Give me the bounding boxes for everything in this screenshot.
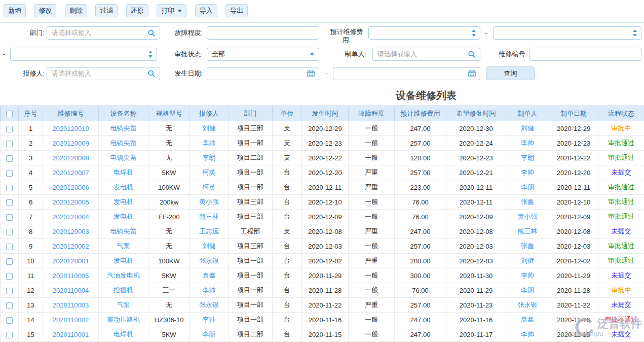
repair-no-link[interactable]: 2020120010 [43, 121, 99, 136]
device-name-link[interactable]: 电焊机 [99, 165, 148, 180]
chevron-down-icon[interactable] [310, 53, 315, 56]
creator-link[interactable]: 李帅 [506, 268, 549, 283]
occur-date-end-input[interactable] [333, 67, 480, 80]
export-button[interactable]: 导出 [225, 4, 248, 17]
creator-link[interactable]: 李帅 [506, 165, 549, 180]
reporter-link[interactable]: 张永银 [190, 254, 229, 268]
creator-link[interactable]: 熊三林 [506, 224, 549, 239]
row-checkbox[interactable] [6, 141, 13, 147]
repair-no-link[interactable]: 2020120002 [43, 239, 99, 254]
creator-link[interactable]: 李朗 [506, 180, 549, 195]
repair-no-link[interactable]: 2020110001 [43, 327, 99, 342]
reporter-link[interactable]: 袁鑫 [190, 268, 229, 283]
device-name-link[interactable]: 发电机 [99, 180, 148, 195]
creator-input[interactable]: 请选择或输入 [372, 48, 480, 61]
restore-button[interactable]: 还原 [126, 4, 148, 17]
range-spinner-input[interactable] [10, 48, 157, 61]
creator-link[interactable]: 张永银 [506, 298, 549, 313]
print-button[interactable]: 打印 [157, 4, 186, 17]
device-name-link[interactable]: 发电机 [99, 195, 148, 210]
device-name-link[interactable]: 电镐尖凿 [99, 151, 148, 165]
row-checkbox[interactable] [6, 273, 13, 280]
reporter-link[interactable]: 熊三林 [190, 210, 229, 224]
device-name-link[interactable]: 挖掘机 [99, 283, 148, 298]
add-button[interactable]: 新增 [4, 4, 26, 17]
search-icon[interactable] [468, 50, 476, 58]
creator-link[interactable]: 李朗 [506, 151, 549, 165]
creator-link[interactable]: 刘健 [506, 121, 549, 136]
creator-link[interactable]: 李帅 [506, 327, 549, 342]
device-name-link[interactable]: 气泵 [99, 239, 148, 254]
repair-no-link[interactable]: 2020120004 [43, 210, 99, 224]
est-cost-max-input[interactable] [493, 26, 641, 40]
repair-no-link[interactable]: 2020120003 [43, 224, 99, 239]
import-button[interactable]: 导入 [195, 4, 217, 17]
row-checkbox[interactable] [6, 302, 13, 309]
device-name-link[interactable]: 发电机 [99, 254, 148, 268]
repair-no-input[interactable] [529, 48, 641, 61]
repair-no-link[interactable]: 2020110005 [43, 268, 99, 283]
fault-degree-input[interactable] [207, 26, 319, 40]
row-checkbox[interactable] [6, 155, 13, 162]
repair-no-link[interactable]: 2020110004 [43, 283, 99, 298]
delete-button[interactable]: 删除 [65, 4, 87, 17]
reporter-input[interactable]: 请选择或输入 [47, 67, 160, 80]
calendar-icon[interactable] [307, 70, 315, 78]
device-name-link[interactable]: 电焊机 [99, 327, 148, 342]
reporter-link[interactable]: 刘健 [190, 121, 229, 136]
reporter-link[interactable]: 李朗 [190, 327, 229, 342]
creator-link[interactable]: 李帅 [506, 136, 549, 151]
row-checkbox[interactable] [6, 170, 13, 177]
row-checkbox[interactable] [6, 126, 13, 132]
device-name-link[interactable]: 汽油发电机 [99, 268, 148, 283]
creator-link[interactable]: 张鑫 [506, 239, 549, 254]
repair-no-link[interactable]: 2020110002 [43, 313, 99, 327]
row-checkbox[interactable] [6, 258, 13, 265]
occur-date-start-input[interactable] [207, 67, 319, 80]
row-checkbox[interactable] [6, 288, 13, 294]
creator-link[interactable]: 黄小强 [506, 210, 549, 224]
repair-no-link[interactable]: 2020120008 [43, 151, 99, 165]
device-name-link[interactable]: 震动压路机 [99, 313, 148, 327]
reporter-link[interactable]: 王志远 [190, 224, 229, 239]
reporter-link[interactable]: 李帅 [190, 313, 229, 327]
modify-button[interactable]: 修改 [34, 4, 56, 17]
device-name-link[interactable]: 电镐尖凿 [99, 121, 148, 136]
reporter-link[interactable]: 李帅 [190, 283, 229, 298]
filter-button[interactable]: 过滤 [95, 4, 118, 17]
repair-no-link[interactable]: 2020120006 [43, 180, 99, 195]
reporter-link[interactable]: 李帅 [190, 136, 229, 151]
creator-link[interactable]: 张鑫 [506, 195, 549, 210]
row-checkbox[interactable] [6, 185, 13, 191]
select-all-checkbox[interactable] [6, 111, 13, 117]
row-checkbox[interactable] [6, 214, 13, 221]
row-checkbox[interactable] [6, 317, 13, 324]
row-checkbox[interactable] [6, 229, 13, 235]
device-name-link[interactable]: 电镐尖凿 [99, 224, 148, 239]
repair-no-link[interactable]: 2020110003 [43, 298, 99, 313]
department-input[interactable]: 请选择或输入 [47, 26, 160, 40]
creator-link[interactable]: 袁鑫 [506, 313, 549, 327]
calendar-icon[interactable] [468, 70, 476, 78]
reporter-link[interactable]: 黄小强 [190, 195, 229, 210]
reporter-link[interactable]: 李朗 [190, 151, 229, 165]
repair-no-link[interactable]: 2020120007 [43, 165, 99, 180]
device-name-link[interactable]: 气泵 [99, 298, 148, 313]
reporter-link[interactable]: 柯英 [190, 165, 229, 180]
device-name-link[interactable]: 电镐尖凿 [99, 136, 148, 151]
spinner-icon[interactable] [472, 29, 476, 37]
reporter-link[interactable]: 刘健 [190, 239, 229, 254]
repair-no-link[interactable]: 2020120005 [43, 195, 99, 210]
repair-no-link[interactable]: 2020120001 [43, 254, 99, 268]
row-checkbox[interactable] [6, 332, 13, 338]
row-checkbox[interactable] [6, 199, 13, 206]
device-name-link[interactable]: 发电机 [99, 210, 148, 224]
spinner-icon[interactable] [633, 29, 637, 37]
creator-link[interactable]: 李朗 [506, 283, 549, 298]
reporter-link[interactable]: 柯英 [190, 180, 229, 195]
creator-link[interactable]: 刘健 [506, 254, 549, 268]
query-button[interactable]: 查询 [486, 66, 535, 80]
repair-no-link[interactable]: 2020120009 [43, 136, 99, 151]
row-checkbox[interactable] [6, 244, 13, 250]
approval-status-select[interactable]: 全部 [207, 48, 319, 61]
